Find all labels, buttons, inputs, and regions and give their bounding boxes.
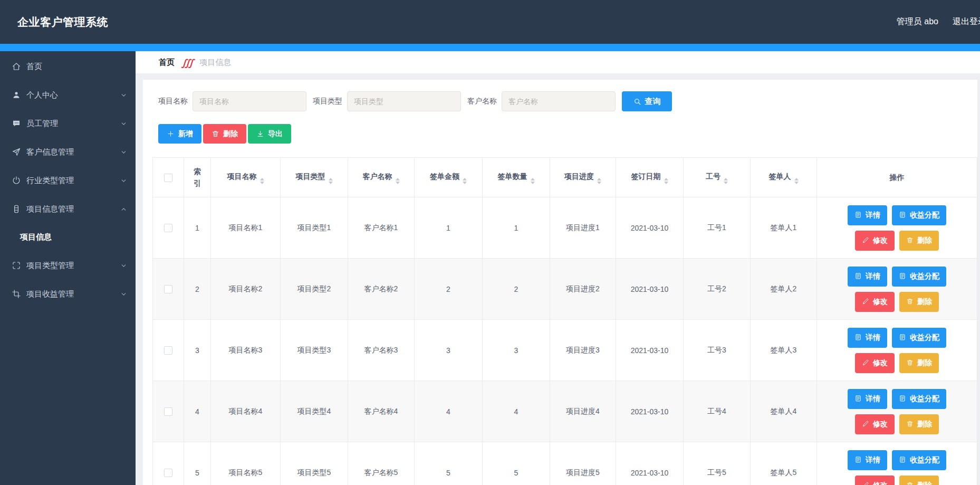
income-assign-button[interactable]: 收益分配: [892, 450, 946, 470]
sort-icon[interactable]: [463, 178, 467, 185]
edit-button[interactable]: 修改: [855, 353, 895, 373]
edit-button[interactable]: 修改: [855, 476, 895, 485]
message-icon: [12, 119, 21, 128]
detail-button[interactable]: 详情: [848, 328, 887, 348]
file-icon: [854, 272, 862, 280]
income-assign-button[interactable]: 收益分配: [892, 328, 946, 348]
column-header-name[interactable]: 项目名称: [211, 158, 281, 197]
column-header-type[interactable]: 项目类型: [281, 158, 348, 197]
cell-worker: 工号2: [684, 259, 751, 320]
row-delete-button[interactable]: 删除: [899, 292, 939, 312]
cell-progress: 项目进度5: [550, 442, 616, 485]
cell-customer: 客户名称2: [348, 259, 415, 320]
sidebar-item-industry-type[interactable]: 行业类型管理: [0, 166, 136, 195]
detail-button[interactable]: 详情: [848, 267, 887, 287]
cell-worker: 工号5: [684, 442, 751, 485]
project-type-input[interactable]: [347, 91, 461, 111]
sidebar-item-project-type[interactable]: 项目类型管理: [0, 251, 136, 280]
cell-quantity: 2: [483, 259, 550, 320]
income-assign-button[interactable]: 收益分配: [892, 389, 946, 409]
chevron-down-icon: [120, 177, 127, 184]
filter-customer-name: 客户名称: [467, 91, 616, 111]
file-icon: [854, 334, 862, 341]
row-checkbox[interactable]: [164, 224, 172, 232]
row-checkbox[interactable]: [164, 285, 172, 293]
edit-button[interactable]: 修改: [855, 231, 895, 251]
sort-icon[interactable]: [794, 178, 799, 185]
sidebar-item-profile[interactable]: 个人中心: [0, 81, 136, 109]
file-icon: [899, 395, 907, 403]
detail-button[interactable]: 详情: [848, 205, 887, 225]
table-body: 1项目名称1项目类型1客户名称111项目进度12021-03-10工号1签单人1…: [153, 197, 977, 485]
add-button[interactable]: 新增: [158, 124, 201, 144]
sort-icon[interactable]: [260, 178, 264, 185]
column-label: 签单金额: [430, 172, 459, 180]
add-button-label: 新增: [178, 129, 193, 139]
sidebar-item-home[interactable]: 首页: [0, 52, 136, 81]
income-assign-button[interactable]: 收益分配: [892, 205, 946, 225]
sidebar-item-project-income[interactable]: 项目收益管理: [0, 280, 136, 308]
search-icon: [633, 98, 641, 106]
cell-type: 项目类型3: [281, 320, 348, 381]
column-header-signer[interactable]: 签单人: [751, 158, 817, 197]
actions-line-1: 详情 收益分配: [848, 328, 946, 348]
row-checkbox[interactable]: [164, 346, 172, 355]
sidebar-subitem-label: 项目信息: [20, 232, 52, 242]
column-header-quantity[interactable]: 签单数量: [483, 158, 550, 197]
sidebar-item-label: 客户信息管理: [26, 147, 74, 157]
row-delete-button[interactable]: 删除: [899, 353, 939, 373]
sort-icon[interactable]: [396, 178, 400, 185]
chevron-down-icon: [120, 206, 127, 213]
breadcrumb-home[interactable]: 首页: [159, 58, 175, 68]
cell-amount: 5: [415, 442, 483, 485]
delete-button[interactable]: 删除: [203, 124, 246, 144]
column-header-progress[interactable]: 项目进度: [550, 158, 616, 197]
project-name-input[interactable]: [193, 91, 306, 111]
delete-button-label: 删除: [223, 129, 238, 139]
column-header-date[interactable]: 签订日期: [616, 158, 684, 197]
column-header-amount[interactable]: 签单金额: [415, 158, 483, 197]
search-button[interactable]: 查询: [622, 91, 672, 111]
row-checkbox[interactable]: [164, 407, 172, 416]
actions-line-1: 详情 收益分配: [848, 389, 946, 409]
income-assign-button[interactable]: 收益分配: [892, 267, 946, 287]
sort-icon[interactable]: [531, 178, 535, 185]
sidebar-item-customer-info[interactable]: 客户信息管理: [0, 138, 136, 166]
sidebar-item-project-info[interactable]: 项目信息管理: [0, 195, 136, 223]
cell-type: 项目类型4: [281, 381, 348, 442]
detail-button[interactable]: 详情: [848, 389, 887, 409]
cell-customer: 客户名称1: [348, 197, 415, 259]
logout-link[interactable]: 退出登录: [953, 16, 980, 27]
home-icon: [12, 62, 21, 71]
cell-worker: 工号4: [684, 381, 751, 442]
select-all-checkbox[interactable]: [164, 174, 172, 182]
sidebar-subitem-project-info-list[interactable]: 项目信息: [0, 223, 136, 251]
sort-icon[interactable]: [597, 178, 601, 185]
customer-name-input[interactable]: [502, 91, 616, 111]
export-button[interactable]: 导出: [248, 124, 291, 144]
row-delete-button[interactable]: 删除: [899, 476, 939, 485]
table-row: 3项目名称3项目类型3客户名称333项目进度32021-03-10工号3签单人3…: [153, 320, 977, 381]
detail-button[interactable]: 详情: [848, 450, 887, 470]
sidebar-item-staff[interactable]: 员工管理: [0, 109, 136, 138]
income-assign-button-label: 收益分配: [910, 211, 939, 220]
cell-progress: 项目进度2: [550, 259, 616, 320]
column-header-worker[interactable]: 工号: [684, 158, 751, 197]
sort-icon[interactable]: [329, 178, 333, 185]
sort-icon[interactable]: [664, 178, 668, 185]
cell-quantity: 1: [483, 197, 550, 259]
database-icon: [12, 204, 21, 214]
table-row: 2项目名称2项目类型2客户名称222项目进度22021-03-10工号2签单人2…: [153, 259, 977, 320]
row-delete-button[interactable]: 删除: [899, 231, 939, 251]
edit-button[interactable]: 修改: [855, 414, 895, 434]
sort-icon[interactable]: [724, 178, 728, 185]
cell-date: 2021-03-10: [616, 259, 684, 320]
actions-line-1: 详情 收益分配: [848, 267, 946, 287]
edit-button[interactable]: 修改: [855, 292, 895, 312]
column-header-customer[interactable]: 客户名称: [348, 158, 415, 197]
row-actions: 详情 收益分配 修改 删除: [817, 328, 977, 373]
cell-date: 2021-03-10: [616, 381, 684, 442]
row-checkbox[interactable]: [164, 469, 172, 477]
row-delete-button[interactable]: 删除: [899, 414, 939, 434]
cell-date: 2021-03-10: [616, 320, 684, 381]
